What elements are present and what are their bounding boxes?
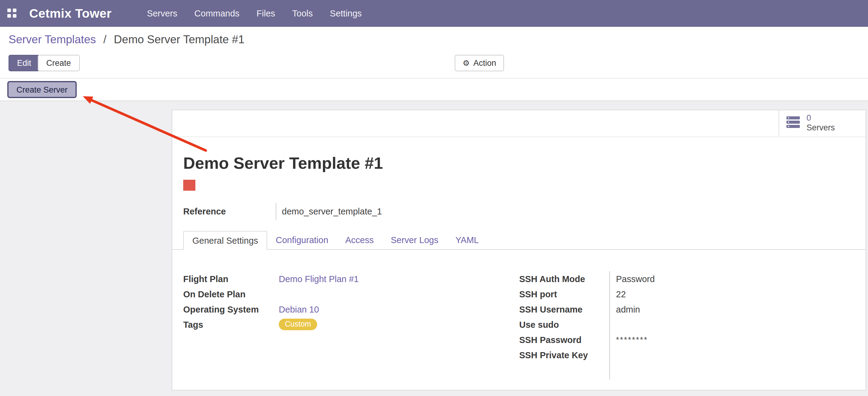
edit-button[interactable]: Edit bbox=[8, 55, 40, 71]
nav-item-settings[interactable]: Settings bbox=[330, 8, 362, 18]
control-panel: Server Templates / Demo Server Template … bbox=[0, 27, 868, 79]
flight-plan-link[interactable]: Demo Flight Plan #1 bbox=[279, 274, 359, 284]
action-button-label: Action bbox=[473, 58, 496, 67]
nav-item-tools[interactable]: Tools bbox=[292, 8, 313, 18]
color-swatch[interactable] bbox=[183, 180, 195, 191]
nav-item-servers[interactable]: Servers bbox=[147, 8, 178, 18]
action-button[interactable]: ⚙ Action bbox=[455, 55, 504, 71]
top-navbar: Cetmix Tower Servers Commands Files Tool… bbox=[0, 0, 868, 27]
apps-grid-icon[interactable] bbox=[7, 8, 17, 18]
breadcrumb-current: Demo Server Template #1 bbox=[114, 33, 244, 46]
ssh-password-value: ******** bbox=[616, 335, 648, 344]
servers-icon bbox=[786, 116, 801, 130]
field-row-flight-plan: Flight Plan Demo Flight Plan #1 bbox=[183, 271, 519, 286]
reference-value: demo_server_template_1 bbox=[276, 203, 382, 220]
flight-plan-label: Flight Plan bbox=[183, 274, 279, 284]
ssh-auth-mode-label: SSH Auth Mode bbox=[519, 274, 585, 284]
ssh-port-label: SSH port bbox=[519, 289, 557, 299]
create-server-button[interactable]: Create Server bbox=[7, 81, 77, 98]
breadcrumb-parent-link[interactable]: Server Templates bbox=[8, 33, 96, 46]
tags-label: Tags bbox=[183, 319, 279, 329]
status-bar: Create Server bbox=[0, 79, 868, 101]
gear-icon: ⚙ bbox=[463, 59, 470, 67]
notebook-tabs: General Settings Configuration Access Se… bbox=[172, 231, 866, 250]
field-groups: Flight Plan Demo Flight Plan #1 On Delet… bbox=[183, 271, 855, 379]
ssh-password-label: SSH Password bbox=[519, 335, 582, 344]
ssh-auth-mode-value: Password bbox=[616, 274, 655, 284]
form-sheet: 0 Servers Demo Server Template #1 Refere… bbox=[172, 110, 866, 391]
create-button[interactable]: Create bbox=[38, 55, 80, 71]
tab-general-settings[interactable]: General Settings bbox=[183, 231, 267, 250]
tab-server-logs[interactable]: Server Logs bbox=[382, 231, 447, 249]
field-row-operating-system: Operating System Debian 10 bbox=[183, 302, 519, 317]
nav-item-commands[interactable]: Commands bbox=[194, 8, 240, 18]
tab-configuration[interactable]: Configuration bbox=[267, 231, 337, 249]
ssh-username-value: admin bbox=[616, 304, 640, 314]
reference-row: Reference demo_server_template_1 bbox=[183, 203, 382, 220]
right-labels-column: SSH Auth Mode SSH port SSH Username Use … bbox=[519, 271, 609, 379]
tag-badge-custom[interactable]: Custom bbox=[279, 318, 317, 330]
field-row-on-delete-plan: On Delete Plan bbox=[183, 286, 519, 302]
ssh-port-value: 22 bbox=[616, 289, 626, 299]
stat-label: Servers bbox=[807, 123, 835, 133]
use-sudo-label: Use sudo bbox=[519, 319, 559, 329]
page: Cetmix Tower Servers Commands Files Tool… bbox=[0, 0, 868, 396]
content-area: 0 Servers Demo Server Template #1 Refere… bbox=[0, 101, 868, 396]
operating-system-label: Operating System bbox=[183, 304, 279, 314]
stat-text: 0 Servers bbox=[807, 113, 835, 133]
stat-value: 0 bbox=[807, 113, 835, 123]
breadcrumb-separator: / bbox=[103, 33, 106, 46]
nav-item-files[interactable]: Files bbox=[256, 8, 275, 18]
tab-yaml[interactable]: YAML bbox=[447, 231, 487, 249]
field-row-tags: Tags Custom bbox=[183, 317, 519, 332]
record-title: Demo Server Template #1 bbox=[183, 154, 383, 173]
servers-stat-button[interactable]: 0 Servers bbox=[778, 110, 866, 136]
main-menu: Servers Commands Files Tools Settings bbox=[147, 8, 362, 18]
app-brand[interactable]: Cetmix Tower bbox=[29, 6, 112, 21]
ssh-username-label: SSH Username bbox=[519, 304, 583, 314]
tab-access[interactable]: Access bbox=[337, 231, 382, 249]
on-delete-plan-label: On Delete Plan bbox=[183, 289, 279, 299]
field-group-left: Flight Plan Demo Flight Plan #1 On Delet… bbox=[183, 271, 519, 379]
reference-label: Reference bbox=[183, 203, 276, 220]
sheet-header: 0 Servers bbox=[172, 110, 866, 137]
ssh-private-key-label: SSH Private Key bbox=[519, 350, 588, 360]
right-values-column: Password 22 admin ******** bbox=[609, 271, 855, 379]
breadcrumb: Server Templates / Demo Server Template … bbox=[8, 33, 244, 46]
field-group-right: SSH Auth Mode SSH port SSH Username Use … bbox=[519, 271, 855, 379]
operating-system-link[interactable]: Debian 10 bbox=[279, 304, 319, 314]
